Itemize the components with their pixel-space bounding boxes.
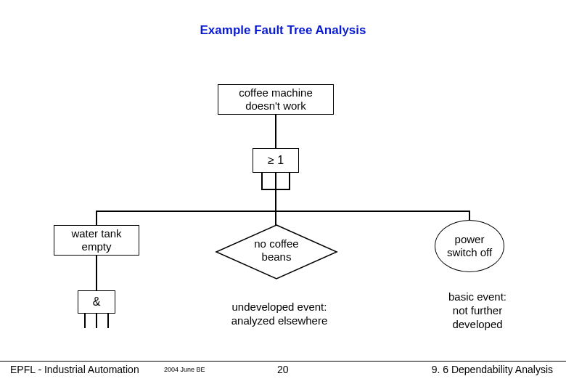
gate-leg xyxy=(275,173,276,189)
top-event-label: coffee machine doesn't work xyxy=(239,86,312,113)
gate-leg xyxy=(289,173,290,189)
undeveloped-event-caption: undeveloped event: analyzed elsewhere xyxy=(218,301,341,328)
connector xyxy=(275,189,276,211)
and-gate: & xyxy=(78,290,115,314)
basic-event: power switch off xyxy=(435,220,504,272)
connector-bar xyxy=(96,211,470,212)
slide-footer: EPFL - Industrial Automation 2004 June B… xyxy=(0,361,566,379)
slide-title: Example Fault Tree Analysis xyxy=(0,23,566,38)
connector xyxy=(275,115,276,148)
top-event-box: coffee machine doesn't work xyxy=(218,84,334,115)
undeveloped-event: no coffee beans xyxy=(215,224,338,280)
gate-leg xyxy=(96,314,97,328)
footer-right: 9. 6 Dependability Analysis xyxy=(432,364,553,375)
and-gate-label: & xyxy=(93,295,101,309)
undeveloped-event-label: no coffee beans xyxy=(254,237,298,264)
gate-leg xyxy=(107,314,109,328)
caption-text: undeveloped event: analyzed elsewhere xyxy=(231,301,328,327)
or-gate: ≥ 1 xyxy=(253,148,299,173)
connector xyxy=(96,256,97,290)
left-event-label: water tank empty xyxy=(71,227,121,253)
basic-event-label: power switch off xyxy=(447,233,492,259)
left-event-box: water tank empty xyxy=(54,225,139,256)
connector xyxy=(261,189,290,190)
basic-event-caption: basic event: not further developed xyxy=(434,290,521,331)
or-gate-label: ≥ 1 xyxy=(268,154,284,167)
connector xyxy=(96,211,97,225)
caption-text: basic event: not further developed xyxy=(448,290,506,330)
gate-leg xyxy=(84,314,86,328)
footer-date: 2004 June BE xyxy=(164,366,205,373)
footer-left: EPFL - Industrial Automation xyxy=(10,364,139,375)
gate-leg xyxy=(261,173,263,189)
footer-page-number: 20 xyxy=(277,364,289,375)
